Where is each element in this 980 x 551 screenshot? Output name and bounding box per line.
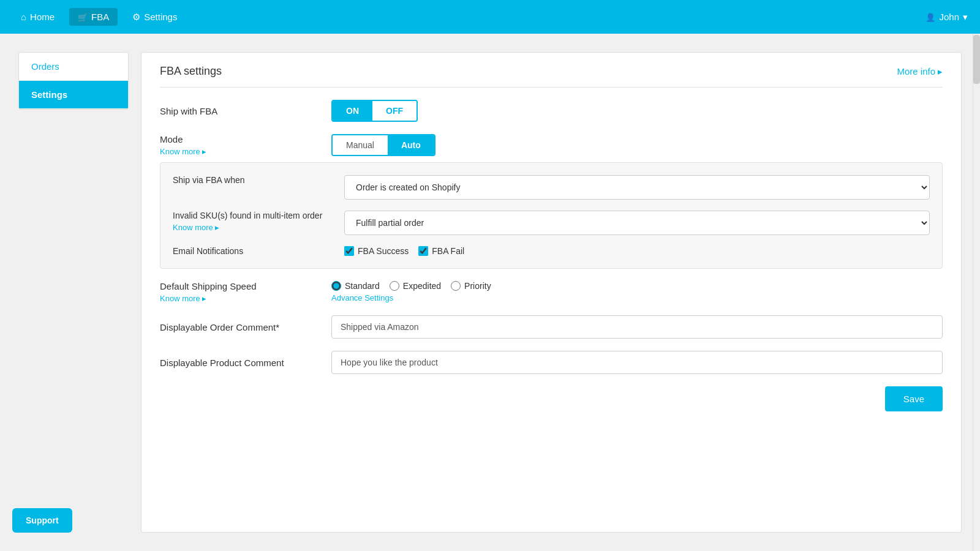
product-comment-label: Displayable Product Comment <box>160 358 331 368</box>
sidebar-item-settings[interactable]: Settings <box>19 81 128 109</box>
mode-know-more-link[interactable]: Know more ▸ <box>160 147 206 156</box>
mode-manual-button[interactable]: Manual <box>333 135 388 155</box>
shipping-priority-item[interactable]: Priority <box>451 281 491 291</box>
product-comment-row: Displayable Product Comment <box>160 351 943 374</box>
shipping-priority-label: Priority <box>464 281 491 291</box>
shipping-speed-row: Default Shipping Speed Know more ▸ Stand… <box>160 281 943 303</box>
more-info-label: More info <box>897 66 935 77</box>
sidebar: Orders Settings <box>18 52 129 110</box>
scrollbar-thumb[interactable] <box>973 35 980 84</box>
invalid-sku-row: Invalid SKU(s) found in multi-item order… <box>173 211 930 235</box>
invalid-sku-label-group: Invalid SKU(s) found in multi-item order… <box>173 211 344 232</box>
nav-settings[interactable]: Settings <box>124 8 186 26</box>
ship-via-fba-when-control: Order is created on Shopify Order is pai… <box>344 175 930 200</box>
invalid-sku-label: Invalid SKU(s) found in multi-item order <box>173 211 344 220</box>
mode-control: Manual Auto <box>331 134 943 156</box>
shipping-standard-label: Standard <box>345 281 380 291</box>
toggle-off-button[interactable]: OFF <box>372 101 417 121</box>
shipping-expedited-radio[interactable] <box>390 281 399 291</box>
nav-home[interactable]: Home <box>12 8 63 26</box>
fba-fail-label: FBA Fail <box>432 246 464 256</box>
shipping-speed-label: Default Shipping Speed <box>160 281 331 291</box>
home-icon <box>21 12 26 22</box>
more-info-chevron-icon: ▸ <box>938 66 943 77</box>
fba-fail-checkbox[interactable] <box>418 246 428 256</box>
nav-user-label: John <box>939 12 959 22</box>
order-comment-input[interactable] <box>331 315 943 339</box>
mode-row: Mode Know more ▸ Manual Auto <box>160 134 943 156</box>
gear-icon <box>132 12 140 23</box>
settings-header: FBA settings More info ▸ <box>160 65 943 88</box>
sidebar-orders-label: Orders <box>31 61 59 72</box>
sub-section: Ship via FBA when Order is created on Sh… <box>160 162 943 269</box>
sidebar-item-orders[interactable]: Orders <box>19 53 128 81</box>
product-comment-control <box>331 351 943 374</box>
cart-icon <box>78 12 88 22</box>
user-dropdown-icon <box>963 12 968 23</box>
order-comment-control <box>331 315 943 339</box>
advance-settings-link[interactable]: Advance Settings <box>331 293 943 302</box>
ship-with-fba-label: Ship with FBA <box>160 106 331 116</box>
user-icon <box>925 12 935 22</box>
invalid-sku-know-more-link[interactable]: Know more ▸ <box>173 223 219 232</box>
nav-home-label: Home <box>30 12 55 22</box>
fba-fail-checkbox-item[interactable]: FBA Fail <box>418 246 464 256</box>
shipping-speed-label-group: Default Shipping Speed Know more ▸ <box>160 281 331 303</box>
order-comment-label: Displayable Order Comment* <box>160 322 331 332</box>
mode-label: Mode <box>160 134 331 144</box>
ship-with-fba-toggle: ON OFF <box>331 100 418 122</box>
navbar-left: Home FBA Settings <box>12 8 186 26</box>
fba-success-checkbox-item[interactable]: FBA Success <box>344 246 409 256</box>
shipping-expedited-item[interactable]: Expedited <box>390 281 441 291</box>
scrollbar-track <box>973 34 980 551</box>
support-button[interactable]: Support <box>12 508 72 533</box>
shipping-speed-radio-group: Standard Expedited Priority <box>331 281 943 291</box>
email-notifications-control: FBA Success FBA Fail <box>344 246 930 256</box>
fba-success-checkbox[interactable] <box>344 246 354 256</box>
content-panel: FBA settings More info ▸ Ship with FBA O… <box>141 52 962 533</box>
email-notifications-label: Email Notifications <box>173 246 344 256</box>
save-area: Save <box>160 386 943 411</box>
invalid-sku-select[interactable]: Fulfill partial order Do not fulfill Can… <box>344 211 930 235</box>
mode-toggle: Manual Auto <box>331 134 435 156</box>
ship-with-fba-row: Ship with FBA ON OFF <box>160 100 943 122</box>
nav-settings-label: Settings <box>144 12 177 22</box>
shipping-speed-control: Standard Expedited Priority Advance Sett… <box>331 281 943 302</box>
shipping-priority-radio[interactable] <box>451 281 461 291</box>
mode-auto-button[interactable]: Auto <box>388 135 434 155</box>
navbar: Home FBA Settings John <box>0 0 980 34</box>
email-notifications-row: Email Notifications FBA Success FBA Fail <box>173 246 930 256</box>
nav-fba-label: FBA <box>91 12 109 22</box>
sidebar-settings-label: Settings <box>31 89 67 100</box>
save-button[interactable]: Save <box>885 386 943 411</box>
shipping-standard-item[interactable]: Standard <box>331 281 380 291</box>
invalid-sku-control: Fulfill partial order Do not fulfill Can… <box>344 211 930 235</box>
shipping-standard-radio[interactable] <box>331 281 341 291</box>
order-comment-row: Displayable Order Comment* <box>160 315 943 339</box>
fba-success-label: FBA Success <box>358 246 409 256</box>
main-layout: Orders Settings FBA settings More info ▸… <box>0 34 980 551</box>
ship-via-fba-when-select[interactable]: Order is created on Shopify Order is pai… <box>344 175 930 200</box>
navbar-right[interactable]: John <box>925 12 968 23</box>
mode-label-group: Mode Know more ▸ <box>160 134 331 156</box>
toggle-on-button[interactable]: ON <box>333 101 372 121</box>
shipping-expedited-label: Expedited <box>403 281 441 291</box>
shipping-speed-know-more-link[interactable]: Know more ▸ <box>160 294 206 303</box>
more-info-link[interactable]: More info ▸ <box>897 66 943 77</box>
ship-with-fba-control: ON OFF <box>331 100 943 122</box>
page-title: FBA settings <box>160 65 222 78</box>
nav-fba[interactable]: FBA <box>69 8 118 26</box>
product-comment-input[interactable] <box>331 351 943 374</box>
ship-via-fba-when-row: Ship via FBA when Order is created on Sh… <box>173 175 930 200</box>
ship-via-fba-when-label: Ship via FBA when <box>173 175 344 185</box>
